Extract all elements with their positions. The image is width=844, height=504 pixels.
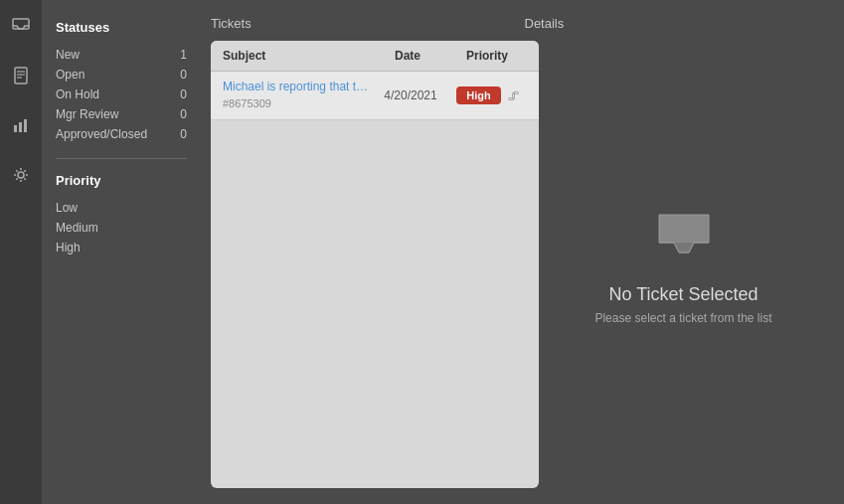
priority-badge: High	[456, 86, 500, 104]
settings-nav-icon[interactable]	[5, 159, 37, 191]
svg-rect-0	[13, 19, 29, 29]
svg-rect-1	[15, 68, 27, 84]
icon-bar	[0, 0, 42, 504]
tickets-list: Michael is reporting that th... #8675309…	[211, 72, 539, 488]
tickets-panel: Subject Date Priority Michael is reporti…	[211, 41, 539, 488]
details-section-title: Details	[515, 16, 829, 31]
ticket-subject-text: Michael is reporting that th...	[223, 80, 372, 93]
svg-point-8	[18, 172, 24, 178]
ticket-subject: Michael is reporting that th... #8675309	[223, 80, 372, 111]
table-row[interactable]: Michael is reporting that th... #8675309…	[211, 72, 539, 120]
sidebar-divider	[56, 158, 187, 159]
priority-title: Priority	[56, 173, 187, 188]
col-date-header: Date	[368, 49, 447, 63]
sidebar-item-onhold[interactable]: On Hold 0	[56, 84, 187, 104]
main-content: Tickets Details Subject Date Priority Mi…	[201, 0, 844, 504]
details-panel: No Ticket Selected Please select a ticke…	[539, 41, 828, 488]
chart-nav-icon[interactable]	[5, 109, 37, 141]
sidebar-item-open[interactable]: Open 0	[56, 65, 187, 84]
no-ticket-title: No Ticket Selected	[608, 284, 758, 305]
main-header: Tickets Details	[211, 16, 828, 31]
content-row: Subject Date Priority Michael is reporti…	[211, 41, 828, 488]
sidebar-item-mgrreview[interactable]: Mgr Review 0	[56, 104, 187, 124]
statuses-title: Statuses	[56, 20, 187, 35]
sidebar: Statuses New 1 Open 0 On Hold 0 Mgr Revi…	[42, 0, 201, 504]
no-ticket-icon	[649, 205, 719, 268]
ticket-priority-cell: High 🖇	[449, 86, 527, 104]
document-nav-icon[interactable]	[5, 60, 37, 91]
svg-rect-7	[24, 119, 27, 132]
ticket-date: 4/20/2021	[372, 88, 449, 102]
priority-low[interactable]: Low	[56, 198, 187, 218]
tickets-section-title: Tickets	[211, 16, 515, 31]
priority-high[interactable]: High	[56, 238, 187, 257]
ticket-id: #8675309	[223, 97, 271, 109]
priority-medium[interactable]: Medium	[56, 218, 187, 238]
inbox-nav-icon[interactable]	[5, 10, 37, 42]
tickets-table-header: Subject Date Priority	[211, 41, 539, 72]
no-ticket-subtitle: Please select a ticket from the list	[594, 311, 771, 325]
col-priority-header: Priority	[447, 49, 527, 63]
col-subject-header: Subject	[223, 49, 368, 63]
sidebar-item-approved[interactable]: Approved/Closed 0	[56, 124, 187, 144]
attachment-icon: 🖇	[507, 88, 520, 103]
svg-rect-5	[14, 125, 17, 132]
svg-rect-6	[19, 122, 22, 132]
sidebar-item-new[interactable]: New 1	[56, 45, 187, 65]
